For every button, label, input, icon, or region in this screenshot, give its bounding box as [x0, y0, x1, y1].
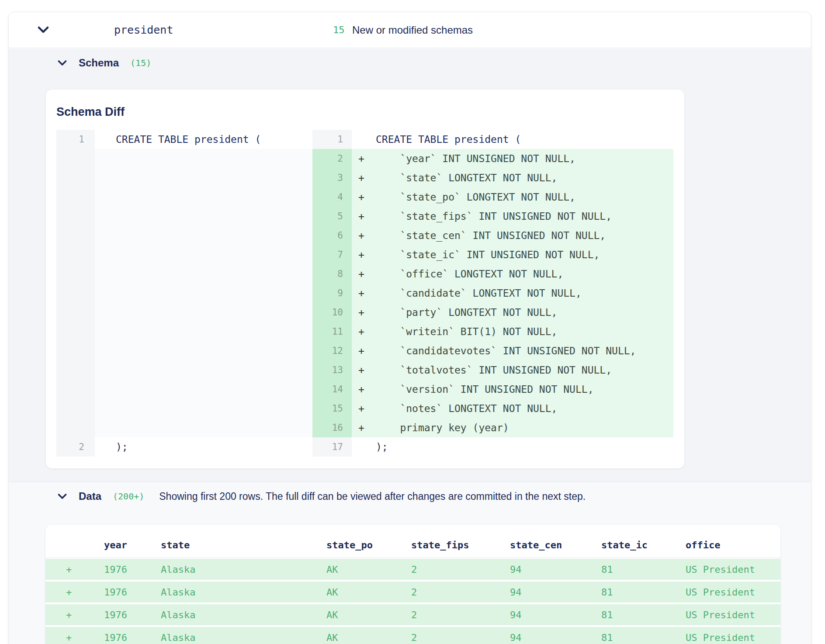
diff-left-code-line [95, 264, 312, 284]
diff-right-code-line: + `office` LONGTEXT NOT NULL, [352, 264, 673, 284]
diff-right-code-line: + `party` LONGTEXT NOT NULL, [352, 303, 673, 322]
data-section-description: Showing first 200 rows. The full diff ca… [159, 491, 586, 502]
diff-left-code-line [95, 187, 312, 207]
diff-left-marker [98, 207, 116, 226]
table-row-added: +1976AlaskaAK29481US President [45, 627, 780, 644]
diff-right-code-line: ); [352, 437, 673, 457]
diff-right-code-text: `state_fips` INT UNSIGNED NOT NULL, [376, 207, 612, 226]
diff-left-code-line [95, 149, 312, 168]
diff-left-line-number [56, 226, 95, 245]
table-cell: 94 [510, 632, 601, 643]
data-table-body: +1976AlaskaAK29481US President+1976Alask… [45, 559, 780, 644]
diff-row-added: 12+ `candidatevotes` INT UNSIGNED NOT NU… [56, 341, 673, 360]
diff-row-added: 16+ primary key (year) [56, 418, 673, 437]
diff-right-code-text: `year` INT UNSIGNED NOT NULL, [376, 149, 575, 168]
diff-right-code-text: `candidate` LONGTEXT NOT NULL, [376, 284, 582, 303]
diff-left-line-number [56, 380, 95, 399]
changed-schemas-count: 15 [333, 12, 345, 48]
diff-row-added: 4+ `state_po` LONGTEXT NOT NULL, [56, 187, 673, 207]
diff-left-line-number [56, 284, 95, 303]
schema-section-header[interactable]: Schema (15) [58, 54, 151, 72]
diff-right-code-line: + `state` LONGTEXT NOT NULL, [352, 168, 673, 187]
diff-left-code-text: ); [116, 437, 128, 457]
row-added-marker: + [66, 564, 104, 575]
diff-right-line-number: 15 [312, 399, 352, 418]
table-cell: 94 [510, 609, 601, 620]
diff-right-code-line: + `state_ic` INT UNSIGNED NOT NULL, [352, 245, 673, 264]
schema-diff-title: Schema Diff [56, 105, 125, 119]
diff-left-marker [98, 130, 116, 149]
table-cell: US President [686, 609, 780, 620]
diff-row-added: 3+ `state` LONGTEXT NOT NULL, [56, 168, 673, 187]
table-cell: Alaska [161, 587, 326, 598]
diff-row-added: 5+ `state_fips` INT UNSIGNED NOT NULL, [56, 207, 673, 226]
table-cell: US President [686, 587, 780, 598]
diff-row-context: 2);17); [56, 437, 673, 457]
table-cell: 1976 [104, 632, 161, 643]
diff-right-code-line: + `version` INT UNSIGNED NOT NULL, [352, 380, 673, 399]
collapse-table-chevron-icon[interactable] [38, 26, 49, 34]
diff-right-code-text: `candidatevotes` INT UNSIGNED NOT NULL, [376, 341, 636, 360]
table-cell: 81 [601, 609, 686, 620]
table-cell: US President [686, 632, 780, 643]
diff-row-added: 9+ `candidate` LONGTEXT NOT NULL, [56, 284, 673, 303]
diff-left-marker [98, 341, 116, 360]
diff-left-code-line: CREATE TABLE president ( [95, 130, 312, 149]
diff-right-line-number: 12 [312, 341, 352, 360]
diff-added-marker: + [358, 284, 376, 303]
table-cell: 2 [411, 564, 510, 575]
diff-left-code-line [95, 360, 312, 380]
table-cell: Alaska [161, 609, 326, 620]
diff-added-marker: + [358, 264, 376, 284]
diff-left-line-number: 1 [56, 130, 95, 149]
diff-right-code-line: + `state_po` LONGTEXT NOT NULL, [352, 187, 673, 207]
diff-left-line-number [56, 322, 95, 341]
diff-row-added: 2+ `year` INT UNSIGNED NOT NULL, [56, 149, 673, 168]
table-row-added: +1976AlaskaAK29481US President [45, 604, 780, 625]
diff-right-code-text: `party` LONGTEXT NOT NULL, [376, 303, 557, 322]
diff-row-added: 6+ `state_cen` INT UNSIGNED NOT NULL, [56, 226, 673, 245]
diff-left-marker [98, 168, 116, 187]
diff-right-line-number: 4 [312, 187, 352, 207]
table-cell: 2 [411, 587, 510, 598]
diff-right-code-line: + `candidatevotes` INT UNSIGNED NOT NULL… [352, 341, 673, 360]
diff-left-line-number [56, 168, 95, 187]
diff-right-code-text: `state` LONGTEXT NOT NULL, [376, 168, 557, 187]
diff-left-marker [98, 264, 116, 284]
diff-added-marker: + [358, 149, 376, 168]
diff-left-line-number [56, 341, 95, 360]
diff-left-marker [98, 245, 116, 264]
diff-row-added: 7+ `state_ic` INT UNSIGNED NOT NULL, [56, 245, 673, 264]
data-section-count: (200+) [113, 491, 144, 502]
diff-left-line-number [56, 207, 95, 226]
diff-left-code-line [95, 303, 312, 322]
diff-right-line-number: 8 [312, 264, 352, 284]
diff-left-line-number [56, 187, 95, 207]
table-header-row[interactable]: president 15 New or modified schemas [9, 12, 811, 48]
table-row-added: +1976AlaskaAK29481US President [45, 559, 780, 580]
diff-left-marker [98, 322, 116, 341]
diff-left-code-line [95, 245, 312, 264]
diff-row-added: 13+ `totalvotes` INT UNSIGNED NOT NULL, [56, 360, 673, 380]
diff-left-line-number [56, 399, 95, 418]
table-cell: Alaska [161, 632, 326, 643]
table-header-cell: state_fips [411, 540, 510, 551]
table-cell: 81 [601, 564, 686, 575]
collapse-schema-chevron-icon[interactable] [58, 60, 67, 66]
table-cell: 1976 [104, 609, 161, 620]
diff-added-marker: + [358, 207, 376, 226]
diff-left-code-line [95, 380, 312, 399]
diff-added-marker: + [358, 303, 376, 322]
diff-left-code-line [95, 322, 312, 341]
row-added-marker: + [66, 587, 104, 598]
diff-right-code-line: + `writein` BIT(1) NOT NULL, [352, 322, 673, 341]
data-section-header[interactable]: Data (200+) Showing first 200 rows. The … [58, 488, 586, 505]
diff-right-code-text: `totalvotes` INT UNSIGNED NOT NULL, [376, 360, 612, 380]
diff-left-code-text: CREATE TABLE president ( [116, 130, 261, 149]
diff-added-marker: + [358, 341, 376, 360]
diff-right-line-number: 9 [312, 284, 352, 303]
table-cell: AK [326, 564, 411, 575]
collapse-data-chevron-icon[interactable] [58, 493, 67, 499]
diff-right-code-line: + `state_cen` INT UNSIGNED NOT NULL, [352, 226, 673, 245]
diff-right-line-number: 10 [312, 303, 352, 322]
